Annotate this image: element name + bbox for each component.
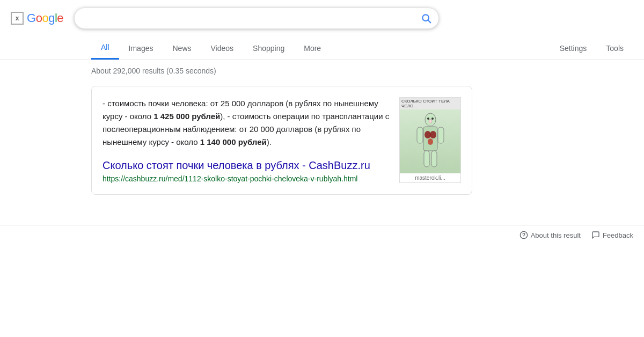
nav-item-images[interactable]: Images [119,38,163,59]
nav-item-tools[interactable]: Tools [596,38,633,59]
search-input[interactable]: сколько стоит почка [74,8,439,29]
nav-bar: All Images News Videos Shopping More Set… [0,36,644,60]
thumbnail-image [400,109,460,173]
svg-point-5 [429,119,432,123]
result-card: - стоимость почки человека: от 25 000 до… [91,86,472,195]
thumbnail-topbar: СКОЛЬКО СТОИТ ТЕЛА ЧЕЛО... [400,98,460,109]
svg-rect-12 [424,151,429,167]
results-info: About 292,000 results (0.35 seconds) [0,60,644,82]
search-bar-wrapper: сколько стоит почка [74,8,439,29]
help-circle-icon [519,231,528,239]
footer-bar: About this result Feedback [0,225,644,245]
svg-point-3 [427,118,429,120]
svg-point-8 [430,131,436,138]
svg-point-9 [428,138,433,145]
nav-item-videos[interactable]: Videos [201,38,244,59]
nav-right: Settings Tools [550,38,644,59]
logo-area: x Google [11,11,63,25]
thumbnail-caption: masterok.li... [400,173,460,182]
feedback-icon [591,231,600,239]
result-description: - стоимость почки человека: от 25 000 до… [103,97,391,149]
nav-item-shopping[interactable]: Shopping [243,38,294,59]
svg-point-4 [431,118,434,120]
search-button[interactable] [421,13,431,24]
logo-icon: x [11,12,24,25]
result-text-area: - стоимость почки человека: от 25 000 до… [103,97,391,184]
nav-item-all[interactable]: All [91,36,119,60]
google-logo[interactable]: Google [27,11,63,25]
body-illustration [412,112,449,171]
header: x Google сколько стоит почка [0,0,644,36]
result-link-title[interactable]: Сколько стоят почки человека в рублях - … [103,159,391,172]
svg-rect-11 [438,127,444,143]
svg-rect-10 [417,127,423,143]
svg-rect-13 [431,151,437,167]
svg-line-1 [428,20,431,23]
result-thumbnail[interactable]: СКОЛЬКО СТОИТ ТЕЛА ЧЕЛО... [399,97,461,183]
nav-item-settings[interactable]: Settings [550,38,597,59]
result-url: https://cashbuzz.ru/med/1112-skolko-stoy… [103,174,357,183]
nav-left: All Images News Videos Shopping More [91,36,331,60]
nav-item-more[interactable]: More [294,38,331,59]
feedback-item[interactable]: Feedback [591,231,633,239]
search-icon [421,13,431,24]
main-content: - стоимость почки человека: от 25 000 до… [0,82,483,214]
about-result-item[interactable]: About this result [519,231,581,239]
nav-item-news[interactable]: News [163,38,201,59]
